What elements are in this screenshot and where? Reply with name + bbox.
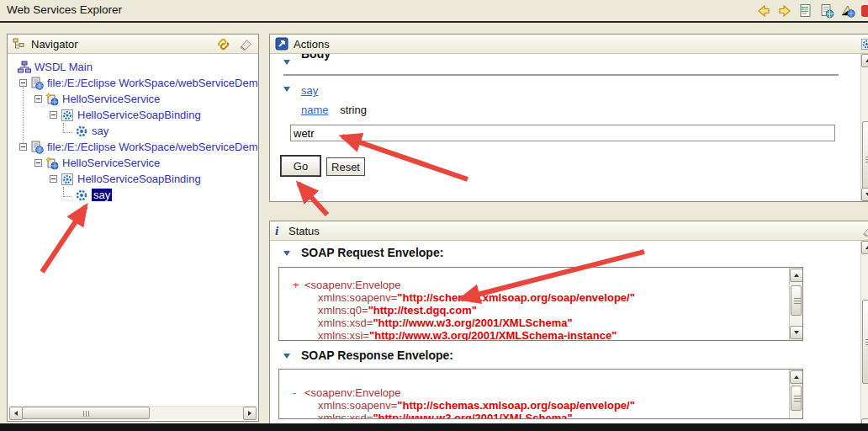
go-button[interactable]: Go [281,156,320,176]
collapse-toggle[interactable] [19,143,27,151]
soap-request-heading: SOAP Request Envelope: [301,246,443,259]
collapse-toggle[interactable] [19,79,27,87]
reset-button[interactable]: Reset [326,157,365,176]
request-collapse-twistie[interactable] [283,251,290,256]
actions-title: Actions [294,38,330,51]
service-icon [45,93,59,106]
navigator-hscrollbar[interactable] [9,406,257,419]
hscroll-thumb[interactable] [22,407,150,419]
scroll-up-button[interactable] [790,269,803,282]
status-header: i Status [270,221,868,241]
tree-item-say-1[interactable]: say [8,123,258,139]
xml-collapse-toggle[interactable]: - [293,386,304,399]
wsdl-file-icon [30,77,44,90]
soap-response-xml: -<soapenv:Envelope xmlns:soapenv="http:/… [279,370,802,419]
tree-elbow [63,123,71,133]
tree-item-service-1[interactable]: HelloServiceService [8,91,258,107]
param-name-link[interactable]: name [301,104,329,116]
page-title: Web Services Explorer [7,3,122,16]
status-pane: i Status SOAP Request Envelope: +<soapen… [269,221,868,431]
response-collapse-twistie[interactable] [283,354,290,359]
clipped-header-icon[interactable] [860,38,868,51]
actions-pane: Actions Body say name string Go Reset [269,34,868,202]
request-vscrollbar[interactable] [789,268,802,340]
tree-item-binding-2[interactable]: HelloServiceSoapBinding [8,171,258,187]
clear-icon[interactable] [239,37,253,51]
body-collapse-twistie[interactable] [283,60,290,65]
tree-item-wsdl-main[interactable]: WSDL Main [8,59,258,75]
param-type-label: string [340,104,367,116]
web-services-explorer-window: { "window": { "title": "Web Services Exp… [0,0,868,431]
collapse-toggle[interactable] [50,175,57,183]
tree-item-service-2[interactable]: HelloServiceService [8,155,258,171]
soap-request-xml: +<soapenv:Envelope xmlns:soapenv="http:/… [279,268,802,341]
forward-arrow-icon[interactable] [777,3,792,19]
tree-item-wsdl-file-1[interactable]: file:/E:/Eclipse WorkSpace/webServiceDem… [8,75,258,91]
operation-link-say[interactable]: say [301,84,318,97]
navigator-icon [13,37,26,51]
status-content: SOAP Request Envelope: +<soapenv:Envelop… [270,241,868,431]
tree-item-binding-1[interactable]: HelloServiceSoapBinding [8,107,258,123]
actions-form: Body say name string Go Reset [270,54,868,201]
say-collapse-twistie[interactable] [283,87,290,92]
scroll-down-button[interactable] [861,188,868,201]
vscroll-thumb[interactable] [791,386,802,411]
scroll-down-button[interactable] [790,326,803,339]
soap-response-envelope-box: -<soapenv:Envelope xmlns:soapenv="http:/… [278,369,803,419]
scroll-up-button[interactable] [790,370,803,384]
binding-icon [61,173,74,186]
section-separator [283,74,839,76]
link-icon[interactable] [216,37,230,51]
back-arrow-icon[interactable] [756,3,771,19]
soap-response-heading: SOAP Response Envelope: [301,349,453,362]
wsdl-main-icon [18,61,31,74]
operation-icon [75,125,88,138]
actions-vscrollbar[interactable] [860,54,868,201]
wsdl-file-icon [30,141,44,154]
response-vscrollbar[interactable] [789,370,802,418]
titlebar-divider [0,21,868,23]
collapse-toggle[interactable] [34,159,42,167]
operation-icon [75,189,88,202]
wsdl-explorer-icon[interactable] [840,3,855,19]
collapse-toggle[interactable] [34,95,42,103]
scroll-up-button[interactable] [861,54,868,67]
navigator-header: Navigator [8,35,258,54]
soap-request-envelope-box: +<soapenv:Envelope xmlns:soapenv="http:/… [278,267,803,341]
navigator-pane: Navigator WSDL Main file:/E:/Eclipse Wor… [7,34,259,422]
tree-item-wsdl-file-2[interactable]: file:/E:/Eclipse WorkSpace/webServiceDem… [8,139,258,155]
binding-icon [61,109,74,122]
tree-elbow [63,187,71,197]
service-icon [45,157,59,170]
info-icon: i [275,224,283,238]
form-view-icon[interactable] [798,3,813,19]
tree-connector-line [23,82,24,148]
actions-icon [275,37,288,51]
xml-expand-toggle[interactable]: + [293,279,304,291]
status-vscrollbar[interactable] [860,241,868,431]
clipped-toolbar-icon[interactable] [861,5,868,17]
top-toolbar [756,3,868,19]
bottom-black-strip [0,423,868,431]
window-titlebar: Web Services Explorer [0,0,868,21]
collapse-toggle[interactable] [50,111,57,119]
status-title: Status [288,225,320,237]
scroll-right-button[interactable] [243,407,257,420]
source-view-icon[interactable] [819,3,834,19]
vscroll-thumb[interactable] [862,121,868,197]
body-section-heading: Body [301,54,331,61]
param-value-input[interactable] [290,125,835,141]
navigator-title: Navigator [31,38,78,51]
navigator-tree: WSDL Main file:/E:/Eclipse WorkSpace/web… [8,54,258,406]
vscroll-thumb[interactable] [791,285,802,316]
scroll-left-button[interactable] [9,407,23,420]
vscroll-thumb[interactable] [862,300,868,384]
tree-item-say-2-selected[interactable]: say [8,187,258,203]
clipped-header-icon[interactable] [862,226,868,237]
actions-header: Actions [270,35,868,54]
scroll-up-button[interactable] [861,241,868,254]
